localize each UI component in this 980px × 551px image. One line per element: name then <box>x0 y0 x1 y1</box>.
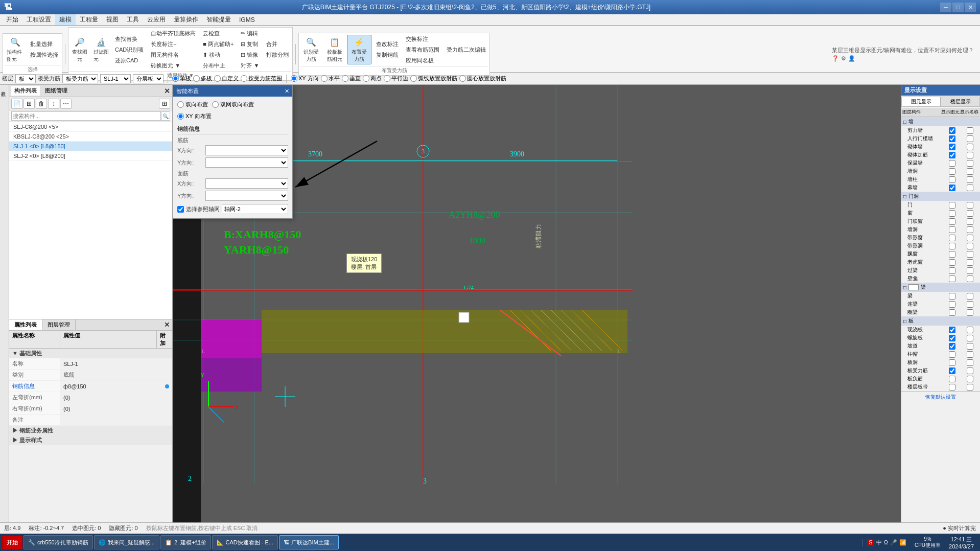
top-x-dir-select[interactable] <box>205 178 288 189</box>
attr-section-basic[interactable]: ▼ 基础属性 <box>9 349 172 358</box>
menu-calculation[interactable]: 量算操作 <box>170 14 202 25</box>
qitijiajin-name-check[interactable] <box>961 152 979 158</box>
apply-same-button[interactable]: 应用同名板 <box>403 56 442 65</box>
struct-tab-drawings[interactable]: 图纸管理 <box>42 86 71 96</box>
component-elem-button[interactable]: 图元构件名 <box>148 50 198 60</box>
piaochuang-show-check[interactable] <box>943 251 961 258</box>
distribute-button[interactable]: 分布中止 <box>200 61 236 71</box>
laohuchuang-name-check[interactable] <box>961 259 979 266</box>
attr-section-display[interactable]: ▶ 显示样式 <box>9 435 172 445</box>
canvas-area[interactable]: 智能布置 ✕ 双向布置 双网双向布置 XY 向布置 <box>173 85 980 522</box>
guoliang-name-check[interactable] <box>961 267 979 274</box>
two-point-button[interactable]: ■ 两点辅助+ <box>200 39 236 49</box>
attr-val[interactable]: (0) <box>60 403 172 414</box>
qiangzhu-show-check[interactable] <box>943 176 961 183</box>
top-y-dir-select[interactable] <box>205 191 288 201</box>
move-button[interactable]: ⬆ 移动 <box>200 50 236 60</box>
bikan-name-check[interactable] <box>961 276 979 282</box>
find-replace-button[interactable]: 查找替换 <box>112 34 146 44</box>
x-dir-select[interactable] <box>205 145 288 155</box>
qitijiajin-show-check[interactable] <box>943 152 961 158</box>
attr-panel-close[interactable]: ✕ <box>162 319 172 330</box>
attr-tab-layer[interactable]: 图层管理 <box>42 319 76 330</box>
tab-floor-display[interactable]: 楼层显示 <box>941 97 980 107</box>
close-button[interactable]: ✕ <box>965 3 976 12</box>
component-select[interactable]: 板受力筋 <box>62 74 98 83</box>
xianjiao-show-check[interactable] <box>943 327 961 333</box>
fanjin-name-check[interactable] <box>961 376 979 382</box>
beam-section-header[interactable]: □ 梁 <box>901 283 980 292</box>
bandong-show-check[interactable] <box>943 359 961 366</box>
mic-icon[interactable]: 🎤 <box>890 539 897 546</box>
lianliang-show-check[interactable] <box>943 301 961 308</box>
door-section-header[interactable]: □ 门洞 <box>901 192 980 201</box>
user-icon[interactable]: 👤 <box>848 55 855 62</box>
lianliang-name-check[interactable] <box>961 301 979 308</box>
mirror-button[interactable]: ⊟ 镜像 <box>238 50 262 60</box>
baowenqiang-name-check[interactable] <box>961 160 979 167</box>
podao-show-check[interactable] <box>943 343 961 350</box>
start-button[interactable]: 开始 <box>2 535 22 549</box>
single-board-radio[interactable]: 单板 <box>172 75 191 82</box>
struct-tab-components[interactable]: 构件列表 <box>11 86 40 96</box>
shoulijin-name-check[interactable] <box>961 368 979 374</box>
men-name-check[interactable] <box>961 202 979 209</box>
struct-item[interactable]: SLJ-2 <0> [L8@200] <box>9 151 172 161</box>
new-component-button[interactable]: 📄 <box>11 99 22 109</box>
qiti-show-check[interactable] <box>943 144 961 150</box>
change-mark-button[interactable]: 查改标注 <box>374 39 401 49</box>
dialog-close[interactable]: ✕ <box>285 88 289 95</box>
check-slab-button[interactable]: 📋 校板板筋图元 <box>323 35 346 64</box>
qiti-name-check[interactable] <box>961 144 979 150</box>
struct-item-selected[interactable]: SLJ-1 <0> [L8@150] <box>9 142 172 151</box>
podao-name-check[interactable] <box>961 343 979 350</box>
wall-section-header[interactable]: □ 墙 <box>901 117 980 126</box>
cad-identify-button[interactable]: CAD识别项 <box>112 45 146 55</box>
menu-modeling[interactable]: 建模 <box>55 14 76 25</box>
search-input[interactable] <box>11 111 161 121</box>
piaochuang-name-check[interactable] <box>961 251 979 258</box>
bikan-show-check[interactable] <box>943 276 961 282</box>
attr-val[interactable]: (0) <box>60 392 172 403</box>
maximize-button[interactable]: □ <box>952 3 964 12</box>
settings-icon[interactable]: ⚙ <box>841 55 846 62</box>
identify-rebar-button[interactable]: 🔍 识别受力筋 <box>300 35 322 64</box>
renxing-show-check[interactable] <box>943 135 961 142</box>
struct-panel-close[interactable]: ✕ <box>164 87 170 95</box>
renxing-name-check[interactable] <box>961 135 979 142</box>
guoliang-show-check[interactable] <box>943 267 961 274</box>
luoxuan-name-check[interactable] <box>961 335 979 341</box>
chuang-show-check[interactable] <box>943 210 961 217</box>
attr-val[interactable]: SLJ-1 <box>60 358 172 369</box>
find-component-button[interactable]: 🔎 查找图元 <box>69 35 90 64</box>
attr-section-business[interactable]: ▶ 钢筋业务属性 <box>9 426 172 435</box>
copy-component-button[interactable]: ⊞ <box>24 99 35 109</box>
brick-element-button[interactable]: 砖换图元 ▼ <box>148 61 198 71</box>
omega-icon[interactable]: Ω <box>884 539 888 545</box>
shoulijin-show-check[interactable] <box>943 368 961 374</box>
taskbar-project[interactable]: 📋 2. 建模+组价 <box>160 535 211 549</box>
menu-tools[interactable]: 工具 <box>123 14 143 25</box>
restore-cad-button[interactable]: 还原CAD <box>112 56 146 65</box>
baowenqiang-show-check[interactable] <box>943 160 961 167</box>
multi-board-radio[interactable]: 多板 <box>193 75 212 82</box>
nav-label[interactable]: 导航栏 <box>1 87 8 89</box>
zhumao-show-check[interactable] <box>943 351 961 358</box>
bandong-name-check[interactable] <box>961 359 979 366</box>
extra-button[interactable]: ⊞ <box>159 99 170 109</box>
menu-project-settings[interactable]: 工程设置 <box>22 14 55 25</box>
fanjin-show-check[interactable] <box>943 376 961 382</box>
parallel-radio[interactable]: 平行边 <box>384 75 408 82</box>
muqiang-name-check[interactable] <box>961 185 979 191</box>
menu-start[interactable]: 开始 <box>2 14 22 25</box>
align-button[interactable]: 对齐 ▼ <box>238 61 262 71</box>
split-button[interactable]: 打散分割 <box>264 50 291 60</box>
slab-section-header[interactable]: □ 板 <box>901 316 980 326</box>
interlayer-copy-button[interactable]: ↕ <box>48 99 59 109</box>
more-options-button[interactable]: ⋯ <box>60 99 72 109</box>
two-points-radio[interactable]: 两点 <box>363 75 382 82</box>
by-range-radio[interactable]: 按受力筋范围 <box>241 75 282 82</box>
edit-button[interactable]: ✏ 编辑 <box>238 29 262 38</box>
vertical-radio[interactable]: 垂直 <box>342 75 361 82</box>
struct-item[interactable]: KBSLJ-C8@200 <25> <box>9 132 172 142</box>
